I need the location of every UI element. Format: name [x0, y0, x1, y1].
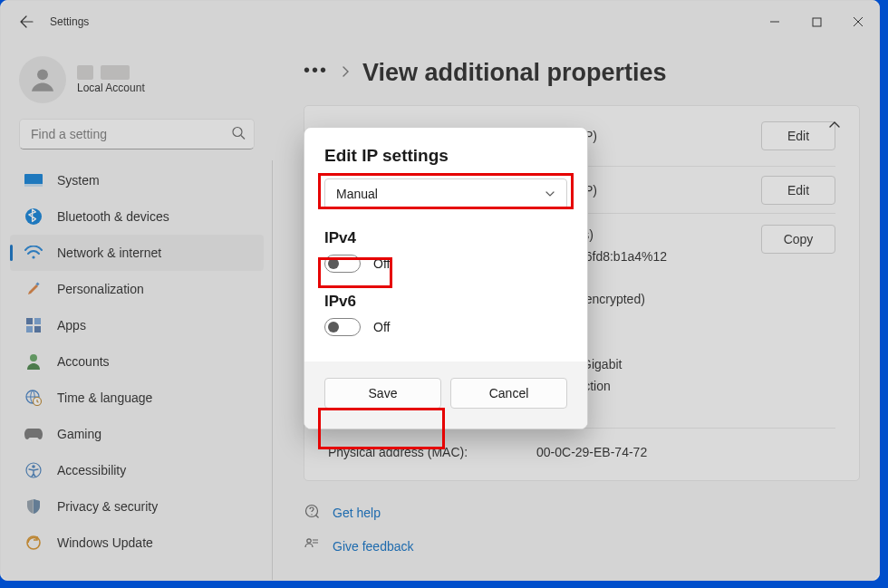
ipv6-toggle-state: Off	[373, 320, 390, 334]
edit-ip-settings-dialog: Edit IP settings Manual IPv4 Off IPv6 Of…	[304, 127, 588, 429]
settings-window: Settings	[0, 0, 880, 581]
dialog-title: Edit IP settings	[324, 146, 567, 166]
ip-assignment-combobox[interactable]: Manual	[324, 178, 567, 209]
cancel-button[interactable]: Cancel	[450, 378, 567, 409]
chevron-down-icon	[545, 188, 555, 199]
save-button[interactable]: Save	[324, 378, 441, 409]
combobox-value: Manual	[336, 187, 378, 201]
ipv4-heading: IPv4	[324, 229, 567, 247]
ipv6-toggle[interactable]	[324, 318, 361, 336]
ipv4-toggle-state: Off	[373, 256, 390, 271]
ipv4-toggle[interactable]	[324, 255, 361, 273]
ipv6-heading: IPv6	[324, 293, 567, 311]
